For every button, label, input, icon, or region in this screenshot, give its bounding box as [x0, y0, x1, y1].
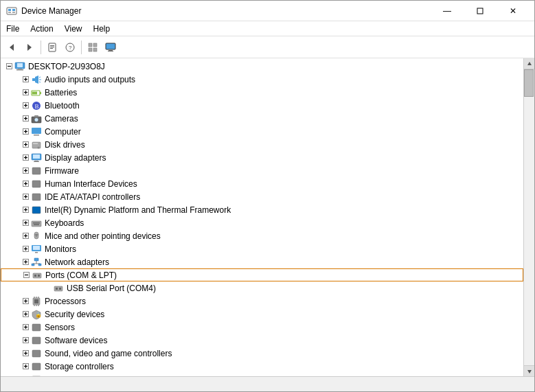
svg-rect-10 [50, 47, 54, 47]
item-label: Software devices [45, 336, 107, 345]
menu-action[interactable]: Action [25, 23, 58, 35]
menu-help[interactable]: Help [88, 23, 116, 35]
tree-item[interactable]: Cameras [1, 112, 523, 125]
tree-item[interactable]: Mice and other pointing devices [1, 229, 523, 242]
expand-button[interactable] [20, 126, 31, 137]
expand-button[interactable] [20, 100, 31, 111]
expand-button[interactable] [20, 257, 31, 268]
tree-item[interactable]: 🔒Security devices [1, 308, 523, 321]
back-button[interactable] [3, 39, 20, 56]
tree-item[interactable]: Monitors [1, 242, 523, 255]
tree-item[interactable]: Intel(R) Dynamic Platform and Thermal Fr… [1, 203, 523, 216]
svg-rect-51 [34, 115, 38, 117]
expand-button[interactable] [42, 283, 53, 294]
item-label: Network adapters [45, 257, 109, 267]
scroll-track[interactable] [524, 69, 534, 365]
expand-button[interactable] [20, 361, 31, 372]
expand-button[interactable] [20, 205, 31, 216]
tree-item[interactable]: Ports (COM & LPT) [1, 268, 523, 281]
item-label: Firmware [45, 166, 79, 176]
scroll-down-button[interactable] [524, 365, 534, 376]
svg-rect-5 [477, 8, 483, 14]
expand-button[interactable] [20, 309, 31, 320]
expand-button[interactable] [20, 87, 31, 98]
expand-button[interactable] [21, 270, 32, 281]
tree-item[interactable]: Keyboards [1, 216, 523, 229]
tree-item[interactable]: Firmware [1, 164, 523, 177]
tree-item[interactable]: Display adapters [1, 151, 523, 164]
tree-item[interactable]: Sound, video and game controllers [1, 347, 523, 360]
device-tree[interactable]: DESKTOP-2U93O8J Audio inputs and outputs… [1, 58, 523, 376]
tree-item[interactable]: Processors [1, 295, 523, 308]
expand-button[interactable] [20, 244, 31, 255]
audio-icon [31, 74, 42, 85]
tree-root[interactable]: DESKTOP-2U93O8J [1, 60, 523, 73]
close-button[interactable]: ✕ [497, 1, 529, 21]
expand-icon [23, 324, 29, 330]
content-area: DESKTOP-2U93O8J Audio inputs and outputs… [1, 58, 534, 376]
tree-item[interactable]: USB Serial Port (COM4) [1, 281, 523, 295]
scrollbar-y[interactable] [523, 58, 534, 376]
expand-button[interactable] [20, 296, 31, 307]
firmware-icon [31, 165, 42, 176]
tree-item[interactable]: BBluetooth [1, 99, 523, 112]
svg-text:🔒: 🔒 [35, 311, 42, 318]
expand-button[interactable] [20, 74, 31, 85]
expand-icon [23, 154, 29, 161]
item-label: Computer [45, 127, 81, 137]
menu-file[interactable]: File [1, 23, 25, 35]
expand-button[interactable] [20, 348, 31, 359]
tree-item[interactable]: Network adapters [1, 255, 523, 268]
item-label: Storage controllers [45, 362, 114, 371]
tree-item[interactable]: Computer [1, 125, 523, 138]
tree-item[interactable]: Human Interface Devices [1, 177, 523, 190]
svg-rect-40 [32, 91, 37, 94]
properties-button[interactable] [44, 39, 60, 56]
view-button[interactable] [84, 39, 101, 56]
expand-icon [23, 194, 29, 200]
tree-item[interactable]: IDE ATA/ATAPI controllers [1, 190, 523, 203]
svg-marker-31 [35, 76, 38, 84]
expand-button[interactable] [20, 113, 31, 124]
display-icon [31, 152, 42, 163]
tree-item[interactable]: Batteries [1, 86, 523, 99]
title-bar-left: Device Manager [6, 5, 81, 16]
monitor-icon [105, 43, 116, 52]
scroll-up-button[interactable] [524, 58, 534, 69]
expand-button[interactable] [20, 231, 31, 242]
camera-icon [31, 113, 42, 124]
monitor-button[interactable] [102, 39, 119, 56]
expand-button[interactable] [20, 152, 31, 163]
network-icon [31, 257, 42, 268]
expand-icon [23, 168, 29, 174]
tree-item[interactable]: Audio inputs and outputs [1, 73, 523, 86]
expand-button[interactable] [20, 322, 31, 333]
expand-button[interactable] [20, 192, 31, 203]
root-expand[interactable] [3, 61, 14, 72]
bluetooth-icon: B [31, 100, 42, 111]
help-button[interactable]: ? [62, 39, 78, 56]
tree-item[interactable]: Software devices [1, 334, 523, 347]
tree-item[interactable]: Disk drives [1, 138, 523, 151]
tree-item[interactable]: Storage controllers [1, 360, 523, 373]
expand-icon [23, 115, 29, 122]
minimize-button[interactable]: — [431, 1, 463, 21]
expand-icon [23, 311, 29, 317]
expand-button[interactable] [20, 335, 31, 346]
tree-item[interactable]: Sensors [1, 321, 523, 334]
forward-button[interactable] [21, 39, 38, 56]
svg-rect-147 [32, 337, 41, 344]
item-label: Processors [45, 297, 86, 306]
expand-button[interactable] [20, 218, 31, 229]
security-icon: 🔒 [31, 309, 42, 320]
maximize-button[interactable] [464, 1, 496, 21]
menu-view[interactable]: View [59, 23, 88, 35]
scroll-thumb[interactable] [524, 69, 534, 97]
properties-icon [47, 43, 57, 52]
usb-icon [53, 283, 64, 294]
expand-button[interactable] [20, 139, 31, 150]
item-label: Audio inputs and outputs [45, 75, 135, 84]
expand-button[interactable] [20, 178, 31, 189]
svg-rect-73 [32, 168, 41, 174]
expand-button[interactable] [20, 165, 31, 176]
